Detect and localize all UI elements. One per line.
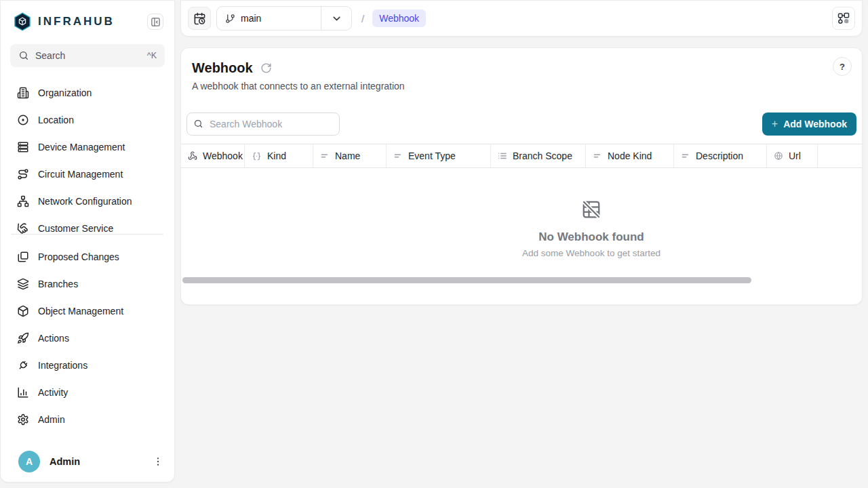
plug-icon (17, 359, 29, 371)
schema-visualizer-button[interactable] (832, 7, 855, 30)
column-label: Description (696, 150, 743, 161)
table-off-icon (581, 199, 601, 220)
toolbar: + Add Webhook (181, 113, 862, 136)
git-branch-icon (225, 14, 235, 24)
sidebar-item-label: Location (38, 115, 74, 125)
sidebar-item-label: Customer Service (38, 223, 113, 234)
webhook-page: Webhook A webhook that connects to an ex… (180, 47, 863, 305)
sidebar-item-label: Branches (38, 279, 78, 289)
sidebar-item-location[interactable]: Location (1, 106, 174, 134)
logo-row: INFRAHUB (1, 1, 174, 39)
box-icon (17, 305, 29, 317)
text-icon (320, 151, 330, 161)
empty-state-title: No Webhook found (181, 230, 863, 244)
sidebar-search-placeholder: Search (35, 50, 65, 61)
page-description: A webhook that connects to an external i… (192, 79, 851, 93)
column-label: Event Type (408, 150, 456, 161)
sidebar-item-actions[interactable]: Actions (1, 325, 174, 352)
circle-dot-icon (17, 114, 29, 126)
column-header-event-type[interactable]: Event Type (387, 144, 491, 167)
sidebar-collapse-button[interactable] (147, 14, 163, 30)
server-icon (17, 141, 29, 153)
branch-selector-value: main (217, 13, 321, 24)
sidebar-item-network-configuration[interactable]: Network Configuration (1, 188, 174, 215)
column-header-filler (818, 144, 863, 167)
column-header-node-kind[interactable]: Node Kind (586, 144, 674, 167)
refresh-button[interactable] (260, 62, 272, 74)
sidebar-item-object-management[interactable]: Object Management (1, 298, 174, 325)
globe-icon (774, 151, 783, 161)
page-header: Webhook A webhook that connects to an ex… (181, 48, 862, 93)
text-icon (393, 151, 403, 161)
sidebar-nav-objects: Organization Location Device Management (1, 67, 174, 234)
search-icon (18, 50, 29, 61)
page-title: Webhook (192, 59, 253, 77)
schema-icon (837, 12, 850, 25)
panel-collapse-icon (151, 17, 161, 27)
sidebar-item-activity[interactable]: Activity (1, 379, 174, 406)
column-header-webhook[interactable]: Webhook (181, 144, 245, 167)
calendar-clock-icon (193, 12, 206, 25)
sidebar-item-label: Admin (38, 414, 65, 425)
infrahub-logo-icon (12, 12, 33, 32)
branch-selector[interactable]: main (216, 6, 352, 30)
search-shortcut: ^K (147, 51, 157, 60)
sidebar-item-label: Object Management (38, 306, 123, 317)
sidebar-item-admin[interactable]: Admin (1, 406, 174, 433)
sidebar-search[interactable]: Search ^K (10, 44, 165, 67)
column-label: Kind (267, 150, 286, 161)
column-label: Url (789, 150, 801, 161)
breadcrumb-separator: / (361, 13, 364, 24)
empty-state: No Webhook found Add some Webhook to get… (181, 199, 863, 258)
add-webhook-label: Add Webhook (783, 119, 847, 129)
table-header-row: Webhook Kind Name Event T (181, 144, 863, 168)
user-menu-kebab-icon[interactable] (151, 455, 165, 468)
layers-icon (17, 278, 29, 290)
avatar: A (18, 451, 40, 472)
column-header-branch-scope[interactable]: Branch Scope (491, 144, 586, 167)
sidebar-item-label: Circuit Management (38, 169, 123, 180)
column-header-url[interactable]: Url (767, 144, 818, 167)
sidebar-item-label: Integrations (38, 360, 87, 371)
horizontal-scrollbar[interactable] (182, 277, 861, 284)
building-icon (17, 87, 29, 99)
branch-dropdown-toggle[interactable] (321, 13, 351, 24)
text-icon (593, 151, 602, 161)
gear-icon (17, 413, 29, 426)
rocket-icon (17, 332, 29, 344)
table-body: No Webhook found Add some Webhook to get… (181, 168, 863, 287)
topbar: main / Webhook (180, 0, 863, 37)
sidebar-item-label: Organization (38, 87, 92, 98)
column-label: Webhook (203, 150, 243, 161)
help-button[interactable]: ? (833, 57, 852, 76)
list-icon (498, 151, 507, 161)
route-icon (17, 168, 29, 180)
time-travel-button[interactable] (188, 7, 211, 30)
sidebar-item-label: Network Configuration (38, 196, 132, 207)
scrollbar-thumb[interactable] (182, 277, 751, 283)
column-label: Node Kind (608, 150, 652, 161)
add-webhook-button[interactable]: + Add Webhook (762, 113, 856, 136)
sidebar-item-label: Proposed Changes (38, 251, 119, 262)
breadcrumb-current[interactable]: Webhook (372, 9, 426, 27)
column-label: Name (335, 150, 360, 161)
plus-icon: + (772, 118, 778, 130)
user-name: Admin (50, 456, 80, 467)
branch-name: main (241, 13, 261, 24)
search-icon (193, 119, 203, 129)
sidebar-item-proposed-changes[interactable]: Proposed Changes (1, 243, 174, 270)
webhook-icon (188, 151, 197, 161)
column-header-kind[interactable]: Kind (245, 144, 313, 167)
search-webhook-input[interactable] (186, 113, 340, 136)
column-header-description[interactable]: Description (674, 144, 767, 167)
sidebar: INFRAHUB Search ^K Organization (0, 0, 175, 483)
user-menu[interactable]: A Admin (1, 451, 174, 472)
sidebar-item-integrations[interactable]: Integrations (1, 352, 174, 379)
column-header-name[interactable]: Name (313, 144, 387, 167)
sidebar-item-branches[interactable]: Branches (1, 270, 174, 298)
sidebar-item-device-management[interactable]: Device Management (1, 134, 174, 161)
sidebar-item-circuit-management[interactable]: Circuit Management (1, 161, 174, 188)
sidebar-item-customer-service[interactable]: Customer Service (1, 215, 174, 234)
sidebar-item-organization[interactable]: Organization (1, 79, 174, 106)
column-label: Branch Scope (513, 150, 572, 161)
